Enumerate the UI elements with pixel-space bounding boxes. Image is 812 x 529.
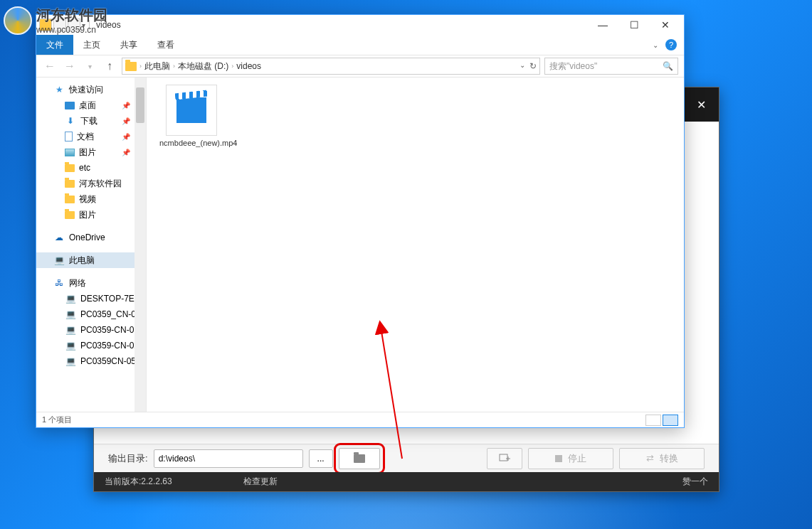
sidebar-this-pc[interactable]: 💻此电脑 (36, 252, 146, 268)
folder-icon (65, 180, 75, 188)
tab-home[interactable]: 主页 (73, 35, 110, 55)
tab-share[interactable]: 共享 (110, 35, 147, 55)
sidebar-etc[interactable]: etc (36, 160, 146, 176)
tab-view[interactable]: 查看 (147, 35, 184, 55)
ribbon-collapse-icon[interactable]: ⌄ (653, 41, 658, 49)
output-dir-label: 输出目录: (108, 452, 148, 465)
watermark-url: www.pc0359.cn (36, 25, 107, 35)
pc-icon: 💻 (65, 309, 76, 320)
sidebar-documents[interactable]: 文档📌 (36, 129, 146, 144)
sidebar-video[interactable]: 视频 (36, 191, 146, 207)
stop-button[interactable]: 停止 (528, 448, 613, 469)
nav-up-button[interactable]: ↑ (102, 58, 117, 74)
sidebar-net-item[interactable]: 💻PC0359_CN-08 (36, 306, 146, 322)
download-icon: ⬇ (65, 115, 76, 127)
convert-button[interactable]: ⇄ 转换 (619, 448, 705, 469)
close-button[interactable]: ✕ (650, 16, 681, 34)
like-link[interactable]: 赞一个 (682, 476, 708, 488)
sidebar-net-item[interactable]: 💻PC0359-CN-02 (36, 338, 146, 353)
pc-icon: 💻 (65, 293, 76, 304)
pin-icon: 📌 (122, 133, 130, 141)
pin-icon: 📌 (122, 102, 130, 109)
breadcrumb[interactable]: ›此电脑 ›本地磁盘 (D:) ›videos ⌄ ↻ (122, 58, 540, 75)
pc-icon: 💻 (65, 340, 76, 351)
watermark: 河东软件园 www.pc0359.cn (4, 6, 107, 35)
minimize-button[interactable]: — (587, 16, 618, 34)
folder-icon (125, 62, 137, 71)
sidebar-hedong[interactable]: 河东软件园 (36, 176, 146, 191)
folder-icon (65, 211, 75, 219)
network-icon: 🖧 (53, 277, 65, 289)
add-button[interactable] (487, 448, 522, 469)
sidebar-quick-access[interactable]: ★快速访问 (36, 82, 146, 97)
desktop-icon (65, 102, 75, 109)
sidebar: ★快速访问 桌面📌 ⬇下载📌 文档📌 图片📌 etc 河东软件园 视频 图片 ☁… (36, 78, 147, 412)
view-details-button[interactable] (645, 415, 661, 426)
maximize-button[interactable]: ☐ (618, 16, 650, 34)
cloud-icon: ☁ (53, 232, 65, 243)
video-file-icon (166, 85, 217, 136)
sidebar-pic2[interactable]: 图片 (36, 207, 146, 223)
status-bar: 1 个项目 (36, 412, 684, 427)
browse-button[interactable]: ... (309, 449, 333, 468)
sidebar-network[interactable]: 🖧网络 (36, 275, 146, 291)
search-icon: 🔍 (663, 61, 673, 71)
nav-forward-button[interactable]: → (62, 58, 78, 74)
star-icon: ★ (53, 84, 65, 95)
explorer-window: ▾ videos — ☐ ✕ 文件 主页 共享 查看 ⌄ ? ← → ▾ ↑ ›… (36, 14, 685, 428)
help-icon[interactable]: ? (665, 39, 677, 50)
nav-recent-button[interactable]: ▾ (82, 58, 97, 74)
watermark-title: 河东软件园 (36, 6, 107, 25)
sidebar-net-item[interactable]: 💻PC0359CN-05- (36, 353, 146, 369)
file-item[interactable]: ncmbdeee_(new).mp4 (159, 85, 223, 147)
document-icon (65, 132, 73, 141)
scrollbar-thumb[interactable] (136, 87, 144, 123)
folder-icon (65, 164, 75, 172)
search-input[interactable]: 搜索"videos" 🔍 (544, 58, 678, 75)
pc-icon: 💻 (53, 255, 65, 266)
refresh-icon[interactable]: ↻ (529, 61, 537, 71)
sidebar-downloads[interactable]: ⬇下载📌 (36, 113, 146, 129)
watermark-logo (4, 6, 32, 35)
svg-rect-0 (500, 454, 507, 461)
pin-icon: 📌 (122, 117, 130, 125)
converter-statusbar: 当前版本:2.2.2.63 检查更新 赞一个 (94, 472, 719, 491)
view-icons-button[interactable] (663, 415, 678, 426)
converter-close-icon[interactable]: ✕ (690, 94, 712, 115)
item-count: 1 个项目 (42, 415, 72, 425)
file-name: ncmbdeee_(new).mp4 (159, 139, 223, 147)
pc-icon: 💻 (65, 356, 76, 367)
sidebar-onedrive[interactable]: ☁OneDrive (36, 230, 146, 245)
folder-icon (65, 196, 75, 203)
output-dir-input[interactable]: d:\videos\ (154, 449, 303, 468)
explorer-titlebar[interactable]: ▾ videos — ☐ ✕ (36, 15, 684, 35)
address-bar: ← → ▾ ↑ ›此电脑 ›本地磁盘 (D:) ›videos ⌄ ↻ 搜索"v… (36, 55, 684, 78)
folder-icon (354, 454, 365, 463)
ribbon: 文件 主页 共享 查看 ⌄ ? (36, 35, 684, 55)
stop-icon (555, 455, 562, 462)
tab-file[interactable]: 文件 (36, 35, 73, 55)
converter-bottombar: 输出目录: d:\videos\ ... 停止 ⇄ 转换 (94, 444, 719, 472)
sidebar-desktop[interactable]: 桌面📌 (36, 97, 146, 113)
sidebar-pictures[interactable]: 图片📌 (36, 144, 146, 160)
sidebar-net-item[interactable]: 💻PC0359-CN-01 (36, 322, 146, 338)
pictures-icon (65, 149, 75, 156)
convert-icon: ⇄ (646, 453, 654, 464)
file-list[interactable]: ncmbdeee_(new).mp4 (147, 78, 684, 412)
nav-back-button[interactable]: ← (42, 58, 58, 74)
sidebar-net-item[interactable]: 💻DESKTOP-7ETC (36, 291, 146, 306)
open-folder-button[interactable] (339, 448, 380, 469)
check-update-link[interactable]: 检查更新 (243, 476, 682, 488)
pin-icon: 📌 (122, 149, 130, 156)
breadcrumb-dropdown-icon[interactable]: ⌄ (520, 61, 525, 71)
pc-icon: 💻 (65, 324, 76, 336)
